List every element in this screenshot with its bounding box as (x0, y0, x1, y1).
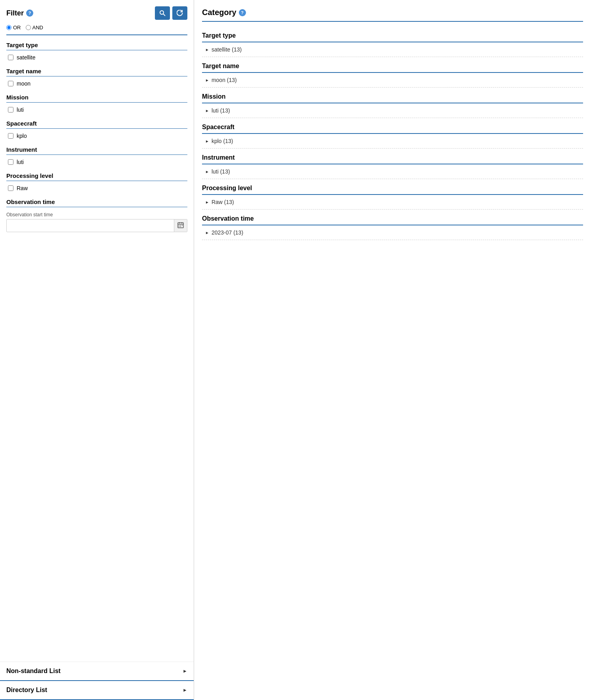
luti-instrument-arrow-icon: ► (205, 170, 209, 174)
satellite-label: satellite (17, 54, 35, 61)
right-item-observation-time[interactable]: ► 2023-07 (13) (202, 225, 583, 240)
right-item-kplo[interactable]: ► kplo (13) (202, 134, 583, 149)
checkbox-kplo[interactable] (8, 133, 13, 139)
filter-label: Filter (6, 9, 24, 17)
right-section-spacecraft: Spacecraft ► kplo (13) (202, 120, 583, 149)
category-help-icon[interactable]: ? (239, 9, 246, 16)
raw-label: Raw (17, 185, 28, 191)
svg-point-0 (160, 11, 164, 14)
filter-buttons (155, 6, 187, 20)
right-section-title-processing-level: Processing level (202, 181, 583, 195)
filter-scroll-area[interactable]: Target type satellite Target name moon M… (0, 35, 194, 662)
right-section-target-type: Target type ► satellite (13) (202, 28, 583, 57)
right-section-mission: Mission ► luti (13) (202, 89, 583, 118)
right-divider (202, 21, 583, 22)
obs-start-input[interactable] (7, 220, 174, 231)
filter-logic-row: OR AND (0, 23, 194, 34)
reset-button[interactable] (172, 6, 187, 20)
right-item-satellite[interactable]: ► satellite (13) (202, 42, 583, 57)
filter-section-title-target-type: Target type (6, 38, 187, 50)
luti-mission-arrow-icon: ► (205, 109, 209, 113)
kplo-arrow-icon: ► (205, 139, 209, 143)
right-section-title-spacecraft: Spacecraft (202, 120, 583, 134)
filter-title: Filter ? (6, 9, 33, 17)
right-section-title-target-type: Target type (202, 28, 583, 42)
or-radio-label[interactable]: OR (6, 25, 21, 31)
right-section-processing-level: Processing level ► Raw (13) (202, 181, 583, 210)
right-section-target-name: Target name ► moon (13) (202, 59, 583, 88)
checkbox-luti-instrument[interactable] (8, 159, 13, 165)
right-section-title-mission: Mission (202, 89, 583, 103)
right-section-title-target-name: Target name (202, 59, 583, 73)
kplo-label: kplo (17, 133, 27, 139)
non-standard-list-row[interactable]: Non-standard List ► (0, 662, 194, 681)
right-item-luti-mission[interactable]: ► luti (13) (202, 103, 583, 118)
filter-section-instrument: Instrument luti (6, 143, 187, 168)
or-label: OR (13, 25, 21, 31)
category-label: Category (202, 8, 236, 17)
moon-item-text: moon (13) (212, 77, 237, 83)
filter-help-icon[interactable]: ? (26, 10, 33, 17)
svg-line-1 (163, 14, 165, 16)
right-section-instrument: Instrument ► luti (13) (202, 150, 583, 179)
filter-section-observation-time: Observation time Observation start time (6, 195, 187, 232)
category-header: Category ? (202, 8, 583, 17)
filter-section-title-processing-level: Processing level (6, 169, 187, 181)
right-section-title-observation-time: Observation time (202, 211, 583, 225)
filter-item-luti-mission: luti (6, 105, 187, 115)
filter-section-title-spacecraft: Spacecraft (6, 117, 187, 129)
obs-time-item-text: 2023-07 (13) (212, 229, 243, 236)
satellite-arrow-icon: ► (205, 48, 209, 52)
right-item-moon[interactable]: ► moon (13) (202, 73, 583, 88)
filter-item-raw: Raw (6, 183, 187, 194)
filter-section-title-instrument: Instrument (6, 143, 187, 155)
filter-item-moon: moon (6, 79, 187, 89)
and-radio[interactable] (26, 25, 31, 30)
right-item-raw[interactable]: ► Raw (13) (202, 195, 583, 210)
filter-section-title-observation-time: Observation time (6, 195, 187, 207)
search-button[interactable] (155, 6, 170, 20)
filter-section-title-mission: Mission (6, 91, 187, 103)
filter-section-processing-level: Processing level Raw (6, 169, 187, 194)
filter-item-luti-instrument: luti (6, 157, 187, 168)
obs-input-row (6, 219, 187, 232)
moon-arrow-icon: ► (205, 78, 209, 82)
kplo-item-text: kplo (13) (212, 138, 233, 144)
filter-item-satellite: satellite (6, 53, 187, 63)
filter-section-mission: Mission luti (6, 91, 187, 115)
luti-mission-item-text: luti (13) (212, 107, 230, 114)
and-label: AND (32, 25, 43, 31)
obs-start-label: Observation start time (6, 212, 187, 217)
directory-list-label: Directory List (6, 687, 47, 694)
bottom-sections: Non-standard List ► Directory List ► (0, 662, 194, 700)
calendar-button[interactable] (174, 219, 187, 232)
luti-instrument-label: luti (17, 159, 24, 165)
right-panel: Category ? Target type ► satellite (13) … (194, 0, 591, 700)
filter-section-target-name: Target name moon (6, 65, 187, 89)
checkbox-raw[interactable] (8, 185, 13, 191)
directory-chevron-icon: ► (183, 687, 187, 693)
right-section-observation-time: Observation time ► 2023-07 (13) (202, 211, 583, 240)
non-standard-chevron-icon: ► (183, 668, 187, 674)
left-panel: Filter ? OR AND (0, 0, 194, 700)
filter-section-target-type: Target type satellite (6, 38, 187, 63)
moon-label: moon (17, 80, 31, 87)
filter-item-kplo: kplo (6, 131, 187, 141)
checkbox-luti-mission[interactable] (8, 107, 13, 113)
raw-arrow-icon: ► (205, 200, 209, 204)
directory-list-row[interactable]: Directory List ► (0, 681, 194, 700)
right-section-title-instrument: Instrument (202, 150, 583, 164)
or-radio[interactable] (6, 25, 11, 30)
right-item-luti-instrument[interactable]: ► luti (13) (202, 164, 583, 179)
luti-instrument-item-text: luti (13) (212, 168, 230, 175)
checkbox-moon[interactable] (8, 81, 13, 86)
obs-time-arrow-icon: ► (205, 231, 209, 235)
luti-mission-label: luti (17, 107, 24, 113)
and-radio-label[interactable]: AND (26, 25, 43, 31)
filter-section-spacecraft: Spacecraft kplo (6, 117, 187, 141)
non-standard-list-label: Non-standard List (6, 668, 61, 675)
raw-item-text: Raw (13) (212, 199, 234, 205)
filter-section-title-target-name: Target name (6, 65, 187, 76)
satellite-item-text: satellite (13) (212, 46, 242, 53)
checkbox-satellite[interactable] (8, 55, 13, 60)
